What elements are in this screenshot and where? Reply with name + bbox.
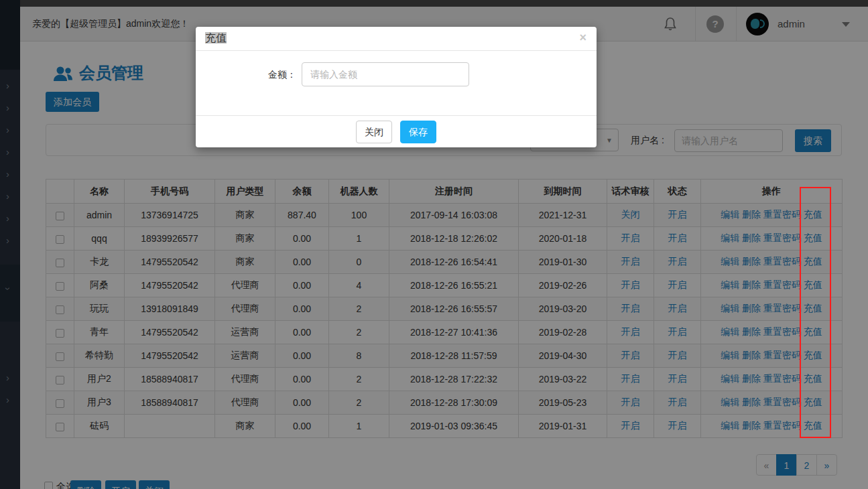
amount-input[interactable] — [302, 62, 469, 86]
modal-close-button[interactable]: 关闭 — [356, 121, 392, 143]
annotation-rectangle — [800, 187, 831, 438]
app-root: ››››››››››› 亲爱的【超级管理员】admin欢迎您！ ? admin … — [0, 0, 868, 489]
recharge-modal: 充值 × 金额： 关闭 保存 — [196, 27, 597, 147]
modal-title: 充值 — [205, 31, 227, 46]
modal-footer-divider — [196, 115, 597, 116]
modal-header: 充值 × — [196, 27, 597, 51]
modal-save-button[interactable]: 保存 — [400, 121, 436, 143]
amount-label: 金额： — [236, 69, 296, 81]
modal-close-icon[interactable]: × — [579, 31, 586, 44]
